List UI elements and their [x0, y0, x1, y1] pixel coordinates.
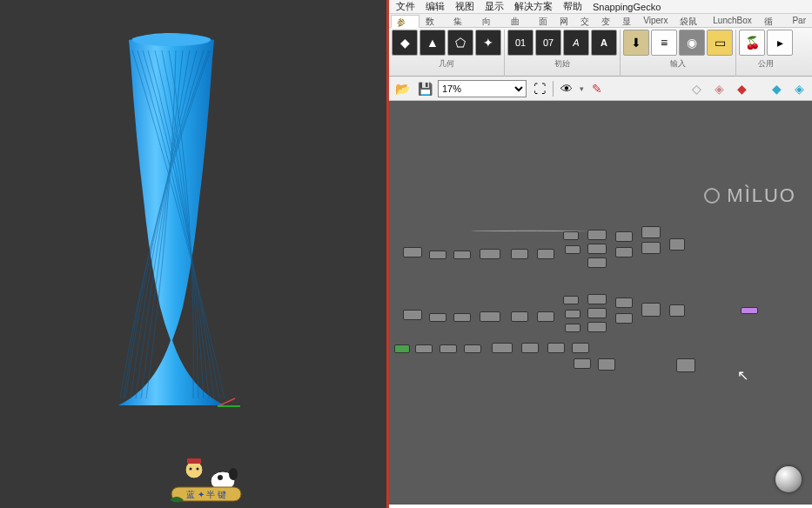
gh-node[interactable] [511, 311, 528, 322]
gh-node[interactable] [429, 313, 446, 322]
preview-eye-icon[interactable]: 👁 [557, 79, 576, 98]
component-slider-icon[interactable]: ≡ [651, 30, 677, 56]
gh-node[interactable] [565, 245, 580, 254]
tab-par[interactable]: Par [786, 14, 812, 27]
gh-node[interactable] [676, 358, 695, 372]
gh-node[interactable] [641, 303, 661, 317]
gh-node[interactable] [464, 344, 481, 353]
gh-node[interactable] [615, 297, 633, 308]
menu-edit[interactable]: 编辑 [420, 0, 450, 13]
gh-node[interactable] [563, 296, 579, 304]
sketch-icon[interactable]: ✎ [587, 79, 607, 98]
tab-sets[interactable]: 集合 [447, 14, 476, 27]
gh-node[interactable] [537, 311, 554, 322]
component-hex-icon[interactable]: ✦ [475, 30, 501, 56]
gh-node[interactable] [403, 310, 422, 320]
open-button[interactable]: 📂 [393, 79, 412, 98]
gh-node[interactable] [574, 358, 591, 369]
preview-wire-icon[interactable]: ◈ [709, 79, 728, 98]
gh-node[interactable] [587, 322, 607, 332]
gh-node[interactable] [587, 308, 607, 318]
svg-rect-9 [187, 458, 201, 464]
menu-help[interactable]: 帮助 [558, 0, 587, 13]
gh-node[interactable] [565, 324, 580, 332]
gh-node[interactable] [669, 304, 685, 317]
zoom-select[interactable]: 17% [438, 80, 527, 97]
component-07-icon[interactable]: 07 [535, 30, 561, 56]
preview-shaded-icon[interactable]: ◆ [732, 79, 751, 98]
rhino-viewport[interactable]: 蓝 ✦ 半 键 [0, 0, 386, 508]
preview-mesh-icon[interactable]: ◈ [789, 79, 809, 98]
menu-file[interactable]: 文件 [391, 0, 420, 13]
tab-mesh[interactable]: 网 [554, 14, 574, 27]
gh-node[interactable] [537, 249, 554, 259]
component-01-icon[interactable]: 01 [507, 30, 534, 56]
tab-curve[interactable]: 曲线 [505, 14, 534, 27]
menu-plugin[interactable]: SnappingGecko [587, 2, 666, 12]
tab-params[interactable]: 参数 [391, 15, 419, 28]
component-more-icon[interactable]: ▸ [767, 30, 793, 56]
tab-lunchbox[interactable]: LunchBox [707, 14, 757, 27]
tab-vector[interactable]: 向量 [476, 14, 505, 27]
canvas-toolbar: 📂 💾 17% ⛶ 👁 ▾ ✎ ◇ ◈ ◆ ◆ ◈ [389, 77, 812, 101]
tab-kangaroo[interactable]: 袋鼠2 [674, 14, 707, 27]
gh-node[interactable] [615, 231, 633, 242]
component-cherry-icon[interactable]: 🍒 [739, 30, 765, 56]
component-button-icon[interactable]: ◉ [679, 30, 705, 56]
gh-node[interactable] [453, 313, 471, 322]
gh-node[interactable] [615, 247, 633, 257]
gh-node[interactable] [440, 344, 457, 353]
tab-display[interactable]: 显 [616, 14, 637, 27]
gh-node[interactable] [511, 249, 528, 259]
gh-node[interactable] [394, 344, 410, 353]
component-panel-icon[interactable]: ▭ [707, 30, 733, 56]
gh-node[interactable] [587, 230, 607, 240]
gh-node[interactable] [480, 311, 500, 322]
svg-point-5 [229, 468, 238, 480]
gh-node[interactable] [415, 344, 433, 353]
gh-node[interactable] [587, 257, 607, 268]
tab-surface[interactable]: 面 [533, 14, 554, 27]
menu-view[interactable]: 视图 [450, 0, 480, 13]
gh-node[interactable] [615, 313, 633, 324]
gh-node[interactable] [598, 358, 615, 371]
gh-node[interactable] [492, 343, 513, 353]
save-button[interactable]: 💾 [415, 79, 434, 98]
menu-display[interactable]: 显示 [480, 0, 509, 13]
gh-node[interactable] [587, 244, 607, 254]
canvas-compass[interactable] [775, 466, 802, 492]
gh-node[interactable] [669, 238, 685, 251]
component-shape-icon[interactable]: ▲ [419, 30, 446, 56]
gh-node[interactable] [547, 343, 565, 353]
tab-math[interactable]: 数字 [419, 14, 448, 27]
gh-node[interactable] [429, 251, 446, 259]
menu-solution[interactable]: 解决方案 [509, 0, 558, 13]
svg-point-4 [218, 475, 223, 480]
gh-node[interactable] [480, 249, 500, 259]
gh-node[interactable] [641, 242, 661, 254]
tab-viperx[interactable]: Viperx [637, 14, 674, 27]
gh-canvas[interactable]: MÌLUO [389, 101, 812, 505]
gh-output-node[interactable] [741, 307, 758, 314]
tab-intersect[interactable]: 交 [574, 14, 595, 27]
preview-selected-icon[interactable]: ◆ [767, 79, 786, 98]
gh-node[interactable] [572, 343, 589, 353]
gh-node[interactable] [641, 226, 661, 238]
zoom-extents-icon[interactable]: ⛶ [530, 79, 549, 98]
tab-loop[interactable]: 循环 [758, 14, 787, 27]
gh-node[interactable] [587, 294, 607, 304]
gh-node[interactable] [453, 251, 471, 259]
component-download-icon[interactable]: ⬇ [623, 30, 649, 56]
node-wires [389, 101, 650, 231]
gh-node[interactable] [403, 247, 422, 257]
gh-node[interactable] [521, 343, 539, 353]
gh-node[interactable] [565, 310, 580, 318]
component-point-icon[interactable]: ◆ [392, 30, 418, 56]
component-a1-icon[interactable]: A [563, 30, 589, 56]
component-poly-icon[interactable]: ⬠ [447, 30, 473, 56]
ribbon-group-input: ⬇ ≡ ◉ ▭ 输入 [621, 30, 736, 77]
gh-node[interactable] [563, 231, 579, 240]
tab-transform[interactable]: 变 [595, 14, 616, 27]
component-a2-icon[interactable]: A [591, 30, 617, 56]
preview-off-icon[interactable]: ◇ [687, 79, 706, 98]
